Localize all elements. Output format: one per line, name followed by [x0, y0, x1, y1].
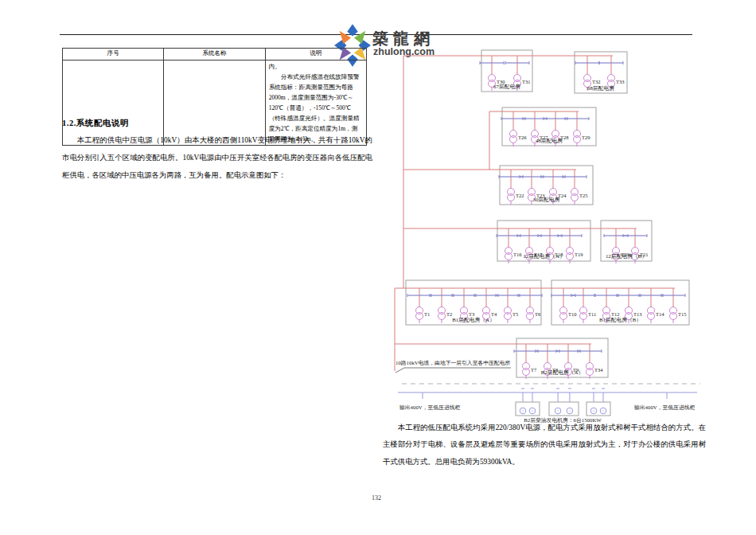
transformer-label: T26: [518, 135, 527, 140]
room-caption: 12层配电房（A）: [523, 253, 565, 260]
generator-glyph: ~: [602, 408, 605, 413]
distribution-room-box: [601, 221, 652, 261]
table-header-system: 系统名称: [164, 49, 265, 61]
transformer-symbol: [648, 307, 655, 314]
output-label-left: 输出400V，至低压进线柜: [399, 404, 460, 411]
transformer-symbol: [584, 80, 591, 88]
transformer-symbol: [608, 75, 615, 82]
transformer-symbol: [565, 363, 572, 370]
transformer-label: T1: [424, 311, 430, 317]
transformer-symbol: [574, 131, 581, 138]
transformer-symbol: [586, 369, 594, 376]
generator-symbol: [567, 408, 573, 414]
transformer-symbol: [416, 307, 423, 314]
transformer-symbol: [514, 80, 521, 88]
transformer-symbol: [580, 313, 587, 320]
generator-symbol: [590, 408, 597, 414]
generator-box: [549, 402, 579, 416]
transformer-label: T9: [573, 367, 579, 373]
distribution-room-box: [516, 338, 608, 377]
transformer-symbol: [574, 136, 581, 143]
page-number: 132: [337, 494, 416, 502]
transformer-label: T15: [678, 311, 686, 317]
section-paragraph: 本工程的供电中压电源（10kV）由本大楼的西侧110kV变电所埋地引入，共有十路…: [62, 132, 372, 184]
transformer-symbol: [580, 307, 587, 314]
transformer-symbol: [632, 248, 639, 255]
closing-paragraph: 本工程的低压配电系统均采用220/380V电源，配电方式采用放射式和树干式相结合…: [383, 420, 706, 471]
transformer-symbol: [608, 80, 615, 88]
transformer-label: T24: [558, 193, 567, 198]
distribution-room-box: [481, 50, 532, 92]
transformer-symbol: [483, 313, 490, 320]
transformer-label: T21: [640, 252, 648, 257]
room-caption: 67层配电房: [493, 84, 520, 90]
transformer-symbol: [523, 369, 530, 376]
document-page: 築龍網 zhulong.com 序号 系统名称 说明 内。 分布式光纤感温在线故…: [0, 0, 756, 535]
transformer-symbol: [438, 307, 446, 314]
transformer-label: T17: [534, 252, 543, 257]
transformer-label: T33: [616, 79, 624, 84]
transformer-symbol: [550, 189, 557, 196]
transformer-symbol: [547, 253, 554, 260]
distribution-room-box: [502, 107, 596, 146]
transformer-symbol: [527, 313, 534, 320]
transformer-symbol: [613, 248, 620, 255]
transformer-symbol: [544, 363, 551, 370]
transformer-label: T28: [560, 135, 568, 140]
generator-symbol: [600, 408, 606, 414]
room-caption: 48层配电房: [536, 138, 563, 144]
room-caption: B2层配电房（A）: [541, 369, 584, 376]
transformer-label: T7: [531, 367, 537, 373]
transformer-symbol: [528, 189, 536, 196]
transformer-label: T22: [516, 193, 524, 198]
transformer-label: T20: [621, 252, 629, 257]
transformer-symbol: [552, 131, 559, 138]
transformer-symbol: [526, 253, 533, 260]
transformer-label: T2: [446, 311, 452, 317]
transformer-symbol: [489, 75, 496, 82]
transformer-symbol: [461, 313, 468, 320]
transformer-symbol: [438, 313, 446, 320]
transformer-label: T16: [513, 252, 522, 257]
room-caption: 12层配电房（B）: [606, 253, 647, 260]
transformer-symbol: [567, 248, 574, 255]
generator-glyph: ~: [522, 408, 524, 413]
logo-subtitle: zhulong.com: [373, 46, 435, 57]
room-caption: 68层配电房: [587, 85, 614, 92]
annotation-leader-diagonal: [396, 368, 404, 373]
transformer-label: T34: [594, 367, 603, 373]
distribution-room-box: [551, 280, 689, 325]
table-header-description: 说明: [265, 49, 366, 61]
transformer-symbol: [547, 248, 554, 255]
generator-glyph: ~: [557, 408, 559, 413]
transformer-symbol: [567, 253, 574, 260]
transformer-symbol: [625, 313, 633, 320]
transformer-symbol: [565, 369, 572, 376]
transformer-symbol: [416, 313, 423, 320]
transformer-label: T14: [656, 311, 664, 317]
transformer-symbol: [483, 307, 490, 314]
generator-box: [586, 402, 610, 416]
transformer-symbol: [523, 363, 530, 370]
output-label-right: 输出400V，至低压进线柜: [634, 404, 695, 411]
transformer-symbol: [526, 248, 533, 255]
transformer-label: T12: [611, 311, 619, 317]
transformer-label: T30: [497, 79, 505, 84]
transformer-label: T10: [568, 311, 576, 317]
transformer-symbol: [632, 253, 639, 260]
transformer-symbol: [544, 369, 551, 376]
transformer-symbol: [508, 194, 515, 201]
room-caption: B1层配电房（B）: [599, 317, 641, 323]
distribution-room-box: [500, 166, 593, 205]
transformer-symbol: [461, 307, 468, 314]
transformer-symbol: [603, 307, 610, 314]
transformer-symbol: [505, 307, 512, 314]
system-description-table: 序号 系统名称 说明 内。 分布式光纤感温在线故障预警系统指标：距离测量范围为每…: [62, 48, 367, 146]
transformer-label: T13: [633, 311, 641, 317]
distribution-room-box: [575, 52, 627, 93]
transformer-symbol: [505, 248, 512, 255]
table-header-seq: 序号: [63, 49, 164, 61]
transformer-label: T31: [522, 79, 530, 84]
generator-glyph: ~: [532, 408, 534, 413]
generator-box: [516, 402, 540, 416]
